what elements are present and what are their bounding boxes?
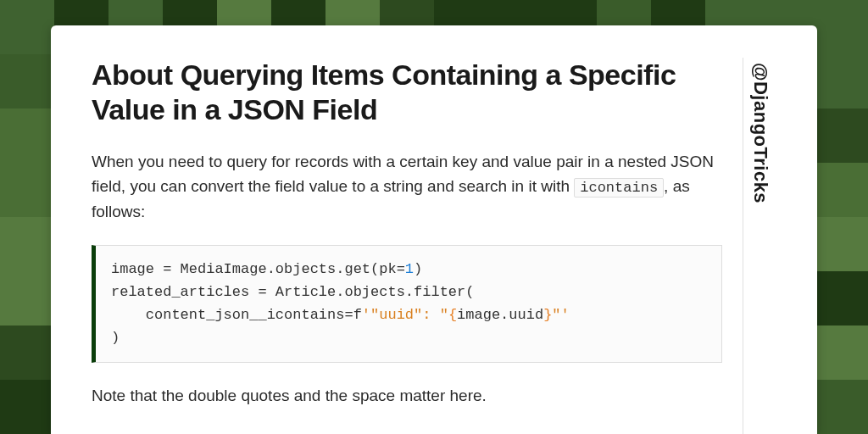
code-l3-str1: '"uuid": " [362, 307, 448, 323]
twitter-handle: @DjangoTricks [749, 63, 771, 203]
article-intro: When you need to query for records with … [92, 149, 722, 225]
code-l4: ) [111, 330, 120, 346]
code-l3-str2: "' [552, 307, 569, 323]
code-l3-interp-open: { [448, 307, 457, 323]
code-l1-num: 1 [405, 261, 414, 277]
code-l1a: image = MediaImage.objects.get(pk= [111, 261, 405, 277]
code-block: image = MediaImage.objects.get(pk=1) rel… [92, 245, 722, 363]
article-note: Note that the double quotes and the spac… [92, 383, 722, 408]
code-l3a: content_json__icontains=f [111, 307, 362, 323]
code-l3-interp-body: image.uuid [457, 307, 543, 323]
code-l1b: ) [414, 261, 422, 277]
article-card: About Querying Items Containing a Specif… [51, 25, 817, 434]
side-rail: @DjangoTricks [743, 58, 776, 434]
article-main: About Querying Items Containing a Specif… [92, 58, 743, 434]
code-l3-interp-close: } [543, 307, 552, 323]
inline-code-icontains: icontains [574, 178, 664, 198]
code-l2: related_articles = Article.objects.filte… [111, 284, 474, 300]
article-title: About Querying Items Containing a Specif… [92, 58, 722, 127]
